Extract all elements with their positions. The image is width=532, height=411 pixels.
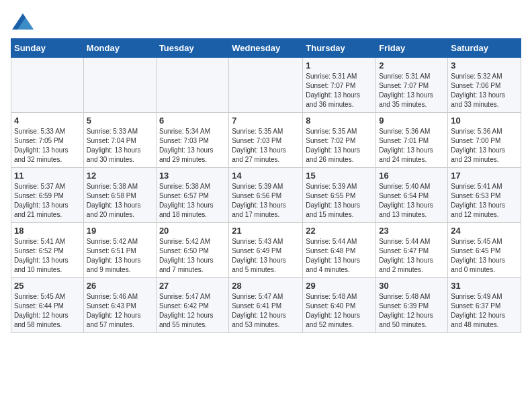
- calendar-cell: 22Sunrise: 5:44 AM Sunset: 6:48 PM Dayli…: [303, 223, 376, 278]
- cell-content: Sunrise: 5:32 AM Sunset: 7:06 PM Dayligh…: [451, 72, 518, 109]
- cell-content: Sunrise: 5:43 AM Sunset: 6:49 PM Dayligh…: [232, 237, 300, 275]
- calendar-cell: 24Sunrise: 5:45 AM Sunset: 6:45 PM Dayli…: [448, 223, 521, 278]
- cell-content: Sunrise: 5:41 AM Sunset: 6:53 PM Dayligh…: [451, 182, 518, 220]
- cell-content: Sunrise: 5:34 AM Sunset: 7:03 PM Dayligh…: [159, 127, 226, 165]
- cell-content: Sunrise: 5:48 AM Sunset: 6:39 PM Dayligh…: [379, 292, 445, 330]
- day-number: 6: [159, 116, 226, 126]
- cell-content: Sunrise: 5:44 AM Sunset: 6:47 PM Dayligh…: [379, 237, 445, 275]
- calendar-cell: [83, 58, 156, 113]
- day-number: 12: [87, 171, 153, 181]
- cell-content: Sunrise: 5:38 AM Sunset: 6:58 PM Dayligh…: [87, 182, 153, 220]
- cell-content: Sunrise: 5:45 AM Sunset: 6:44 PM Dayligh…: [14, 292, 81, 330]
- cell-content: Sunrise: 5:36 AM Sunset: 7:00 PM Dayligh…: [451, 127, 518, 165]
- day-number: 17: [451, 171, 518, 181]
- day-number: 11: [14, 171, 81, 181]
- calendar-cell: 4Sunrise: 5:33 AM Sunset: 7:05 PM Daylig…: [11, 113, 84, 168]
- day-header-sunday: Sunday: [11, 39, 84, 58]
- week-row-3: 11Sunrise: 5:37 AM Sunset: 6:59 PM Dayli…: [11, 168, 521, 223]
- calendar-cell: 5Sunrise: 5:33 AM Sunset: 7:04 PM Daylig…: [83, 113, 156, 168]
- calendar-cell: 11Sunrise: 5:37 AM Sunset: 6:59 PM Dayli…: [11, 168, 84, 223]
- week-row-1: 1Sunrise: 5:31 AM Sunset: 7:07 PM Daylig…: [11, 58, 521, 113]
- cell-content: Sunrise: 5:39 AM Sunset: 6:56 PM Dayligh…: [232, 182, 300, 220]
- logo: [11, 11, 34, 33]
- calendar-cell: 12Sunrise: 5:38 AM Sunset: 6:58 PM Dayli…: [83, 168, 156, 223]
- day-number: 7: [232, 116, 300, 126]
- calendar-cell: 31Sunrise: 5:49 AM Sunset: 6:37 PM Dayli…: [448, 278, 521, 333]
- page-header: [11, 11, 521, 33]
- cell-content: Sunrise: 5:35 AM Sunset: 7:02 PM Dayligh…: [306, 127, 373, 165]
- calendar-cell: 6Sunrise: 5:34 AM Sunset: 7:03 PM Daylig…: [156, 113, 228, 168]
- day-number: 8: [306, 116, 373, 126]
- logo-icon: [12, 11, 34, 30]
- day-header-wednesday: Wednesday: [229, 39, 303, 58]
- calendar-cell: 15Sunrise: 5:39 AM Sunset: 6:55 PM Dayli…: [303, 168, 376, 223]
- calendar-cell: 27Sunrise: 5:47 AM Sunset: 6:42 PM Dayli…: [156, 278, 228, 333]
- cell-content: Sunrise: 5:31 AM Sunset: 7:07 PM Dayligh…: [306, 72, 373, 109]
- day-number: 5: [87, 116, 153, 126]
- day-number: 22: [306, 226, 373, 236]
- day-number: 4: [14, 116, 81, 126]
- cell-content: Sunrise: 5:42 AM Sunset: 6:51 PM Dayligh…: [87, 237, 153, 275]
- calendar-cell: 14Sunrise: 5:39 AM Sunset: 6:56 PM Dayli…: [229, 168, 303, 223]
- calendar-cell: 1Sunrise: 5:31 AM Sunset: 7:07 PM Daylig…: [303, 58, 376, 113]
- day-number: 31: [451, 281, 518, 291]
- cell-content: Sunrise: 5:47 AM Sunset: 6:41 PM Dayligh…: [232, 292, 300, 330]
- calendar-table: SundayMondayTuesdayWednesdayThursdayFrid…: [11, 38, 521, 333]
- calendar-cell: 8Sunrise: 5:35 AM Sunset: 7:02 PM Daylig…: [303, 113, 376, 168]
- day-number: 10: [451, 116, 518, 126]
- cell-content: Sunrise: 5:35 AM Sunset: 7:03 PM Dayligh…: [232, 127, 300, 165]
- day-header-monday: Monday: [83, 39, 156, 58]
- day-number: 29: [306, 281, 373, 291]
- cell-content: Sunrise: 5:46 AM Sunset: 6:43 PM Dayligh…: [87, 292, 153, 330]
- calendar-cell: 25Sunrise: 5:45 AM Sunset: 6:44 PM Dayli…: [11, 278, 84, 333]
- calendar-cell: 21Sunrise: 5:43 AM Sunset: 6:49 PM Dayli…: [229, 223, 303, 278]
- day-number: 26: [87, 281, 153, 291]
- cell-content: Sunrise: 5:37 AM Sunset: 6:59 PM Dayligh…: [14, 182, 81, 220]
- cell-content: Sunrise: 5:38 AM Sunset: 6:57 PM Dayligh…: [159, 182, 226, 220]
- calendar-cell: 10Sunrise: 5:36 AM Sunset: 7:00 PM Dayli…: [448, 113, 521, 168]
- cell-content: Sunrise: 5:33 AM Sunset: 7:04 PM Dayligh…: [87, 127, 153, 165]
- calendar-cell: 30Sunrise: 5:48 AM Sunset: 6:39 PM Dayli…: [376, 278, 448, 333]
- day-number: 23: [379, 226, 445, 236]
- day-number: 24: [451, 226, 518, 236]
- day-header-tuesday: Tuesday: [156, 39, 228, 58]
- calendar-cell: 18Sunrise: 5:41 AM Sunset: 6:52 PM Dayli…: [11, 223, 84, 278]
- calendar-cell: 23Sunrise: 5:44 AM Sunset: 6:47 PM Dayli…: [376, 223, 448, 278]
- cell-content: Sunrise: 5:42 AM Sunset: 6:50 PM Dayligh…: [159, 237, 226, 275]
- calendar-cell: 2Sunrise: 5:31 AM Sunset: 7:07 PM Daylig…: [376, 58, 448, 113]
- calendar-cell: 19Sunrise: 5:42 AM Sunset: 6:51 PM Dayli…: [83, 223, 156, 278]
- calendar-cell: 20Sunrise: 5:42 AM Sunset: 6:50 PM Dayli…: [156, 223, 228, 278]
- day-number: 25: [14, 281, 81, 291]
- logo-text: [11, 11, 34, 33]
- calendar-cell: [11, 58, 84, 113]
- day-header-thursday: Thursday: [303, 39, 376, 58]
- calendar-cell: 16Sunrise: 5:40 AM Sunset: 6:54 PM Dayli…: [376, 168, 448, 223]
- cell-content: Sunrise: 5:33 AM Sunset: 7:05 PM Dayligh…: [14, 127, 81, 165]
- day-number: 28: [232, 281, 300, 291]
- day-number: 15: [306, 171, 373, 181]
- day-headers: SundayMondayTuesdayWednesdayThursdayFrid…: [11, 39, 521, 58]
- cell-content: Sunrise: 5:41 AM Sunset: 6:52 PM Dayligh…: [14, 237, 81, 275]
- cell-content: Sunrise: 5:45 AM Sunset: 6:45 PM Dayligh…: [451, 237, 518, 275]
- calendar-cell: 7Sunrise: 5:35 AM Sunset: 7:03 PM Daylig…: [229, 113, 303, 168]
- cell-content: Sunrise: 5:47 AM Sunset: 6:42 PM Dayligh…: [159, 292, 226, 330]
- day-number: 13: [159, 171, 226, 181]
- calendar-cell: 17Sunrise: 5:41 AM Sunset: 6:53 PM Dayli…: [448, 168, 521, 223]
- week-row-2: 4Sunrise: 5:33 AM Sunset: 7:05 PM Daylig…: [11, 113, 521, 168]
- day-number: 27: [159, 281, 226, 291]
- calendar-cell: [229, 58, 303, 113]
- cell-content: Sunrise: 5:49 AM Sunset: 6:37 PM Dayligh…: [451, 292, 518, 330]
- cell-content: Sunrise: 5:40 AM Sunset: 6:54 PM Dayligh…: [379, 182, 445, 220]
- day-header-saturday: Saturday: [448, 39, 521, 58]
- cell-content: Sunrise: 5:44 AM Sunset: 6:48 PM Dayligh…: [306, 237, 373, 275]
- calendar-cell: [156, 58, 228, 113]
- cell-content: Sunrise: 5:31 AM Sunset: 7:07 PM Dayligh…: [379, 72, 445, 109]
- calendar-cell: 3Sunrise: 5:32 AM Sunset: 7:06 PM Daylig…: [448, 58, 521, 113]
- week-row-4: 18Sunrise: 5:41 AM Sunset: 6:52 PM Dayli…: [11, 223, 521, 278]
- day-number: 3: [451, 60, 518, 71]
- day-header-friday: Friday: [376, 39, 448, 58]
- cell-content: Sunrise: 5:39 AM Sunset: 6:55 PM Dayligh…: [306, 182, 373, 220]
- cell-content: Sunrise: 5:48 AM Sunset: 6:40 PM Dayligh…: [306, 292, 373, 330]
- day-number: 1: [306, 60, 373, 71]
- day-number: 20: [159, 226, 226, 236]
